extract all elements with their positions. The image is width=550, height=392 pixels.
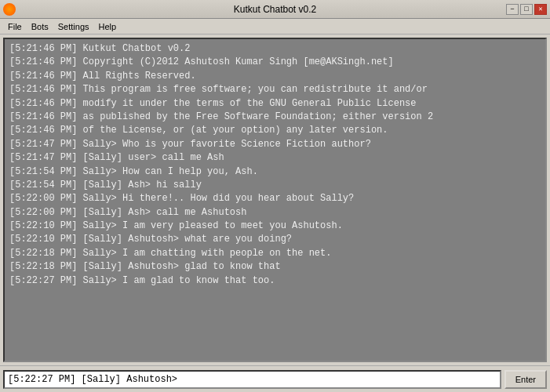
input-area: Enter bbox=[0, 365, 550, 392]
chat-line: [5:22:10 PM] [Sally] Ashutosh> what are … bbox=[9, 233, 541, 246]
chat-line: [5:21:54 PM] [Sally] Ash> hi sally bbox=[9, 179, 541, 192]
window-controls: − □ ✕ bbox=[506, 4, 547, 15]
chat-line: [5:22:10 PM] Sally> I am very pleased to… bbox=[9, 220, 541, 233]
chat-line: [5:21:46 PM] of the License, or (at your… bbox=[9, 124, 541, 137]
chat-line: [5:22:18 PM] [Sally] Ashutosh> glad to k… bbox=[9, 260, 541, 274]
chat-input[interactable] bbox=[3, 370, 501, 389]
minimize-button[interactable]: − bbox=[506, 4, 519, 15]
chat-line: [5:21:47 PM] [Sally] user> call me Ash bbox=[9, 151, 541, 165]
menu-settings[interactable]: Settings bbox=[53, 20, 94, 33]
enter-button[interactable]: Enter bbox=[504, 370, 547, 389]
chat-line: [5:21:46 PM] modify it under the terms o… bbox=[9, 97, 541, 111]
menu-bar: File Bots Settings Help bbox=[0, 19, 550, 34]
chat-line: [5:21:46 PM] Kutkut Chatbot v0.2 bbox=[9, 42, 541, 56]
chat-line: [5:21:46 PM] Copyright (C)2012 Ashutosh … bbox=[9, 56, 541, 69]
chat-line: [5:21:54 PM] Sally> How can I help you, … bbox=[9, 165, 541, 179]
window-title: Kutkut Chatbot v0.2 bbox=[234, 4, 316, 15]
title-left bbox=[3, 3, 16, 16]
chat-line: [5:21:46 PM] This program is free softwa… bbox=[9, 83, 541, 96]
close-button[interactable]: ✕ bbox=[534, 4, 547, 15]
menu-help[interactable]: Help bbox=[94, 20, 122, 33]
chat-line: [5:21:46 PM] All Rights Reserved. bbox=[9, 70, 541, 83]
chat-line: [5:22:00 PM] Sally> Hi there!.. How did … bbox=[9, 192, 541, 205]
main-content: [5:21:46 PM] Kutkut Chatbot v0.2[5:21:46… bbox=[0, 34, 550, 365]
chat-line: [5:22:27 PM] Sally> I am glad to know th… bbox=[9, 274, 541, 288]
chat-line: [5:22:18 PM] Sally> I am chatting with p… bbox=[9, 247, 541, 260]
chat-line: [5:21:47 PM] Sally> Who is your favorite… bbox=[9, 138, 541, 151]
chat-line: [5:21:46 PM] as published by the Free So… bbox=[9, 111, 541, 124]
chat-display[interactable]: [5:21:46 PM] Kutkut Chatbot v0.2[5:21:46… bbox=[3, 38, 547, 362]
menu-file[interactable]: File bbox=[3, 20, 27, 33]
menu-bots[interactable]: Bots bbox=[27, 20, 53, 33]
maximize-button[interactable]: □ bbox=[520, 4, 533, 15]
app-icon bbox=[3, 3, 16, 16]
title-bar: Kutkut Chatbot v0.2 − □ ✕ bbox=[0, 0, 550, 19]
chat-line: [5:22:00 PM] [Sally] Ash> call me Ashuto… bbox=[9, 206, 541, 220]
